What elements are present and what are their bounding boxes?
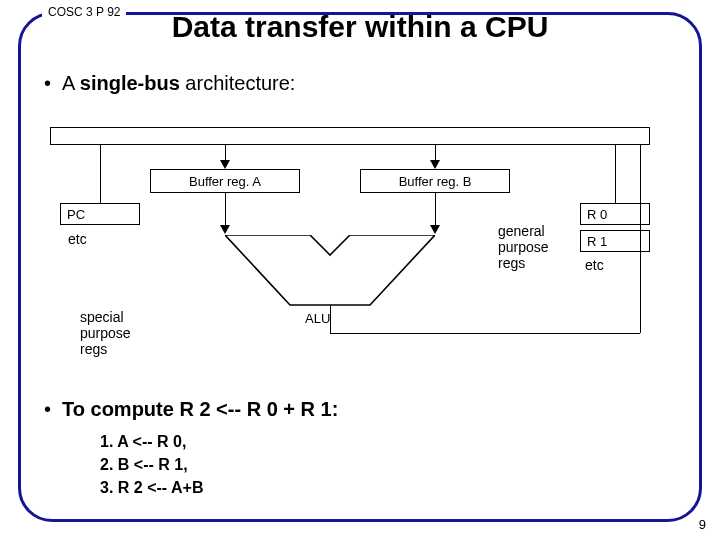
arrow-down-icon: [430, 160, 440, 169]
alu-label: ALU: [305, 311, 330, 326]
bullet-compute: •To compute R 2 <-- R 0 + R 1:: [44, 398, 338, 421]
line: [225, 193, 226, 227]
line: [330, 333, 640, 334]
bullet-architecture: •A single-bus architecture:: [44, 72, 295, 95]
arrow-down-icon: [220, 225, 230, 234]
bus: [50, 127, 650, 145]
general-regs-label: general purpose regs: [498, 223, 549, 271]
step-1: 1. A <-- R 0,: [100, 430, 203, 453]
step-2: 2. B <-- R 1,: [100, 453, 203, 476]
line: [100, 145, 101, 203]
line: [330, 305, 331, 333]
slide-title: Data transfer within a CPU: [0, 10, 720, 44]
line: [435, 193, 436, 227]
etc-right: etc: [585, 257, 604, 273]
svg-marker-0: [225, 235, 435, 305]
line: [640, 145, 641, 333]
buffer-b: Buffer reg. B: [360, 169, 510, 193]
arrow-down-icon: [220, 160, 230, 169]
arrow-down-icon: [430, 225, 440, 234]
step-list: 1. A <-- R 0, 2. B <-- R 1, 3. R 2 <-- A…: [100, 430, 203, 500]
page-number: 9: [699, 517, 706, 532]
step-3: 3. R 2 <-- A+B: [100, 476, 203, 499]
line: [615, 145, 616, 203]
etc-left: etc: [68, 231, 87, 247]
buffer-a: Buffer reg. A: [150, 169, 300, 193]
special-regs-label: special purpose regs: [80, 309, 131, 357]
cpu-diagram: Buffer reg. A Buffer reg. B PC etc R 0 R…: [50, 115, 650, 355]
pc-register: PC: [60, 203, 140, 225]
